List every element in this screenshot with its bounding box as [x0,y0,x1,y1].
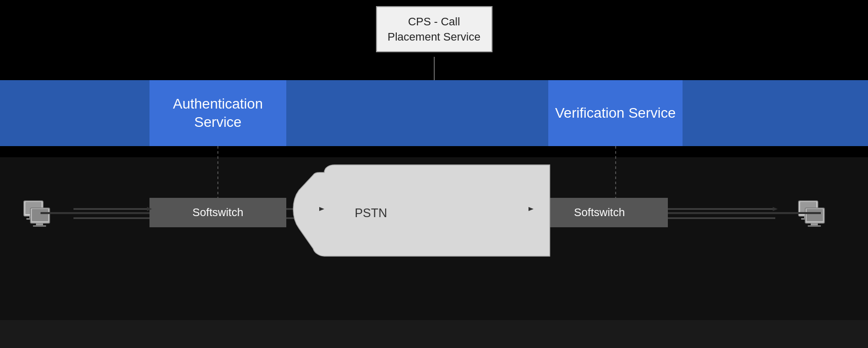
svg-rect-13 [807,209,823,221]
svg-rect-5 [32,209,48,221]
blue-band [0,80,868,146]
cps-label: CPS - Call Placement Service [388,15,480,43]
svg-rect-7 [33,225,46,227]
phone-left-icon [21,197,57,232]
bottom-band [0,320,868,348]
auth-service-box: Authentication Service [149,80,286,146]
diagram-container: CPS - Call Placement Service Authenticat… [0,0,868,348]
svg-rect-14 [811,223,818,225]
softswitch-right-label: Softswitch [574,206,625,219]
cps-box: CPS - Call Placement Service [376,6,493,52]
lower-section [0,157,868,348]
phone-left [21,197,72,237]
softswitch-left-label: Softswitch [193,206,243,219]
phone-right [796,197,847,237]
svg-rect-15 [808,225,821,227]
softswitch-left: Softswitch [149,198,286,227]
phone-right-icon [796,197,832,232]
verif-service-box: Verification Service [548,80,683,146]
auth-service-label: Authentication Service [149,95,286,132]
verif-service-label: Verification Service [555,104,675,122]
softswitch-right: Softswitch [531,198,668,227]
svg-rect-6 [36,223,43,225]
